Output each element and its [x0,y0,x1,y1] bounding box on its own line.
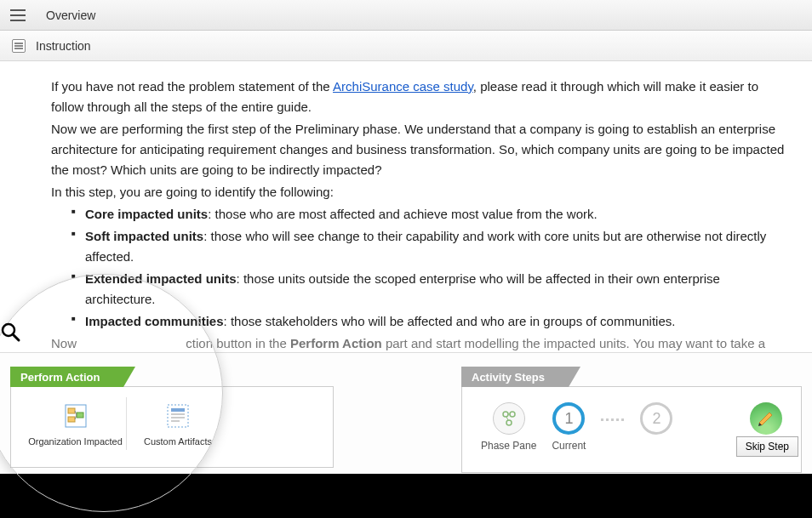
intro-paragraph-2: Now we are performing the first step of … [51,119,786,180]
org-impacted-icon [60,401,91,431]
perform-action-tab: Perform Action [10,367,123,387]
svg-rect-9 [171,417,185,418]
bottom-black-bar [0,474,812,518]
list-item: Impacted communities: those stakeholders… [71,311,786,332]
svg-point-11 [503,412,508,417]
step-1-icon: 1 [552,402,585,435]
step-connector [601,418,625,421]
step-2[interactable]: 2 [640,402,672,452]
activity-steps-tab: Activity Steps [461,367,569,387]
phase-pane-icon [493,402,525,435]
svg-rect-7 [171,408,185,412]
custom-artifacts-icon [163,401,193,431]
case-study-link[interactable]: ArchiSurance case study [333,79,473,94]
svg-point-13 [506,420,512,425]
svg-line-17 [13,334,19,340]
page-title: Overview [46,9,95,22]
step-label [655,440,658,452]
action-label: Organization Impacted [28,436,123,447]
perform-action-panel: Perform Action [10,367,334,473]
current-step[interactable]: 1 Current [552,402,586,452]
activity-steps-panel: Activity Steps Phase [461,367,802,473]
svg-rect-1 [68,408,75,413]
menu-icon[interactable] [10,9,26,21]
organization-impacted-button[interactable]: Organization Impacted [25,397,127,450]
skip-step-button[interactable]: Skip Step [736,436,798,457]
intro-paragraph-3: In this step, you are going to identify … [51,182,786,202]
list-item: Soft impacted units: those who will see … [71,226,786,267]
svg-rect-3 [77,413,83,418]
next-icon [750,402,782,435]
top-bar: Overview [0,0,812,31]
bullet-list: Core impacted units: those who are most … [51,204,786,332]
svg-line-15 [506,417,508,420]
list-item: Core impacted units: those who are most … [71,204,786,225]
section-title: Instruction [36,39,91,53]
svg-rect-2 [68,417,75,422]
step-label: Current [552,440,586,452]
section-bar: Instruction [0,31,812,61]
step-2-icon: 2 [640,402,672,435]
svg-rect-10 [171,420,180,422]
list-item: Extended impacted units: those units out… [71,269,786,310]
instruction-content: If you have not read the problem stateme… [0,61,812,374]
step-label: Phase Pane [481,440,536,452]
phase-pane-step[interactable]: Phase Pane [481,402,536,452]
custom-artifacts-button[interactable]: Custom Artifacts [127,397,229,450]
svg-rect-8 [171,413,185,415]
magnifier-handle-icon [0,322,22,346]
intro-text: If you have not read the problem stateme… [51,79,333,94]
svg-rect-6 [168,405,188,427]
action-label: Custom Artifacts [144,436,212,447]
instruction-icon [12,39,26,53]
svg-point-12 [510,412,515,417]
